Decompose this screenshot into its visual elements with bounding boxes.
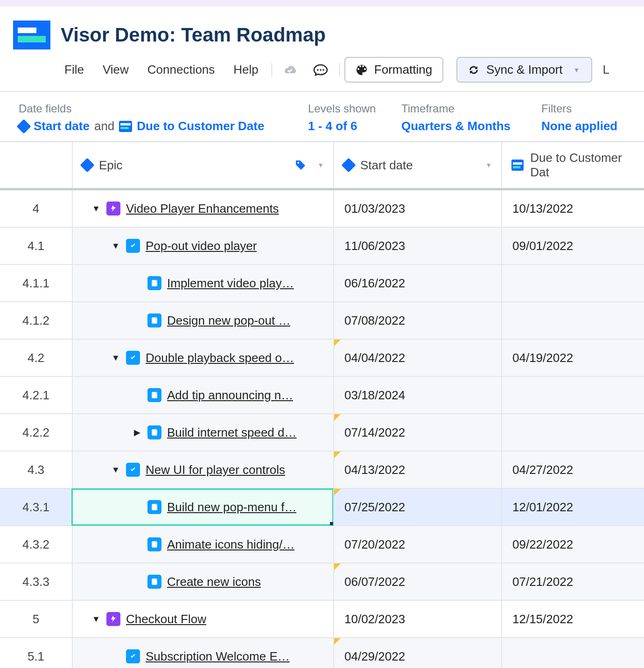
formatting-button[interactable]: Formatting <box>344 57 443 83</box>
start-date-cell[interactable]: 04/04/2022 <box>333 340 501 376</box>
item-title[interactable]: Subscription Welcome E… <box>146 649 290 664</box>
due-date-cell[interactable]: 10/13/2022 <box>501 190 644 227</box>
column-header-epic[interactable]: Epic ▼ <box>72 142 333 188</box>
table-row[interactable]: 4▼Video Player Enhancements01/03/202310/… <box>0 190 644 228</box>
table-row[interactable]: 4.3.2Animate icons hiding/…07/20/202209/… <box>0 526 644 564</box>
due-date-cell[interactable]: 12/15/2022 <box>501 601 644 637</box>
row-number[interactable]: 4.1 <box>0 228 72 264</box>
chat-icon[interactable] <box>307 63 335 77</box>
chevron-down-icon[interactable]: ▼ <box>111 465 120 475</box>
column-header-number[interactable] <box>0 142 72 188</box>
row-number[interactable]: 4.3.3 <box>0 564 72 600</box>
start-date-cell[interactable]: 06/07/2022 <box>333 564 501 600</box>
chevron-down-icon[interactable]: ▼ <box>317 161 324 169</box>
due-date-cell[interactable] <box>501 302 644 339</box>
row-number[interactable]: 4 <box>0 190 72 227</box>
epic-cell[interactable]: Add tip announcing n… <box>72 377 333 413</box>
tag-icon[interactable] <box>295 160 306 171</box>
epic-cell[interactable]: ▼Double playback speed o… <box>72 340 333 376</box>
due-date-cell[interactable]: 04/27/2022 <box>501 452 644 488</box>
chevron-right-icon[interactable]: ▶ <box>133 427 142 438</box>
row-number[interactable]: 4.3.2 <box>0 526 72 563</box>
item-title[interactable]: Design new pop-out … <box>167 313 290 328</box>
start-date-cell[interactable]: 11/06/2023 <box>333 228 501 264</box>
menu-help[interactable]: Help <box>225 60 266 80</box>
item-title[interactable]: Implement video play… <box>167 276 294 291</box>
chevron-down-icon[interactable]: ▼ <box>111 241 120 251</box>
start-date-cell[interactable]: 01/03/2023 <box>333 190 501 227</box>
timeframe-value[interactable]: Quarters & Months <box>401 119 541 133</box>
due-date-cell[interactable]: 12/01/2022 <box>501 489 644 525</box>
table-row[interactable]: 4.1.2Design new pop-out …07/08/2022 <box>0 302 644 340</box>
table-row[interactable]: 4.2▼Double playback speed o…04/04/202204… <box>0 340 644 377</box>
row-number[interactable]: 4.1.1 <box>0 265 72 301</box>
table-row[interactable]: 4.3.1Build new pop-menu f…07/25/202212/0… <box>0 489 644 526</box>
epic-cell[interactable]: Design new pop-out … <box>72 302 333 339</box>
table-row[interactable]: 4.1▼Pop-out video player11/06/202309/01/… <box>0 228 644 265</box>
item-title[interactable]: Build new pop-menu f… <box>167 500 296 515</box>
item-title[interactable]: Add tip announcing n… <box>167 388 293 403</box>
menu-connections[interactable]: Connections <box>139 60 224 80</box>
epic-cell[interactable]: Subscription Welcome E… <box>72 638 333 668</box>
due-date-cell[interactable]: 04/19/2022 <box>501 340 644 376</box>
item-title[interactable]: Build internet speed d… <box>167 425 297 440</box>
workspace-title[interactable]: Visor Demo: Team Roadmap <box>61 24 326 46</box>
item-title[interactable]: Video Player Enhancements <box>126 202 279 216</box>
date-fields-value[interactable]: Start date and Due to Customer Date <box>19 119 308 133</box>
row-number[interactable]: 4.2 <box>0 340 72 376</box>
item-title[interactable]: Checkout Flow <box>126 612 206 626</box>
start-date-cell[interactable]: 06/16/2022 <box>333 265 501 301</box>
start-date-cell[interactable]: 03/18/2024 <box>333 377 501 413</box>
item-title[interactable]: Create new icons <box>167 575 261 589</box>
chevron-down-icon[interactable]: ▼ <box>91 614 101 624</box>
menu-view[interactable]: View <box>94 60 137 80</box>
due-date-cell[interactable] <box>501 414 644 451</box>
table-row[interactable]: 4.3▼New UI for player controls04/13/2022… <box>0 452 644 489</box>
item-title[interactable]: Pop-out video player <box>146 239 257 253</box>
start-date-cell[interactable]: 07/14/2022 <box>333 414 501 451</box>
table-row[interactable]: 4.2.2▶Build internet speed d…07/14/2022 <box>0 414 644 452</box>
epic-cell[interactable]: ▼Video Player Enhancements <box>72 190 333 227</box>
row-number[interactable]: 4.3 <box>0 452 72 488</box>
column-header-due[interactable]: Due to Customer Dat <box>501 142 644 188</box>
item-title[interactable]: New UI for player controls <box>146 463 285 477</box>
start-date-cell[interactable]: 04/13/2022 <box>333 452 501 488</box>
table-row[interactable]: 4.1.1Implement video play…06/16/2022 <box>0 265 644 302</box>
due-date-cell[interactable]: 07/21/2022 <box>501 564 644 600</box>
cloud-icon[interactable] <box>277 64 305 76</box>
row-number[interactable]: 4.3.1 <box>0 489 72 525</box>
filters-value[interactable]: None applied <box>541 119 617 133</box>
epic-cell[interactable]: Create new icons <box>72 564 333 600</box>
epic-cell[interactable]: ▼Pop-out video player <box>72 228 333 264</box>
table-row[interactable]: 5.1Subscription Welcome E…04/29/2022 <box>0 638 644 668</box>
due-date-cell[interactable] <box>501 377 644 413</box>
due-date-cell[interactable] <box>501 638 644 668</box>
epic-cell[interactable]: Animate icons hiding/… <box>72 526 333 563</box>
due-date-cell[interactable]: 09/22/2022 <box>501 526 644 563</box>
start-date-cell[interactable]: 07/20/2022 <box>333 526 501 563</box>
epic-cell[interactable]: Build new pop-menu f… <box>72 489 333 525</box>
item-title[interactable]: Double playback speed o… <box>146 351 294 365</box>
epic-cell[interactable]: Implement video play… <box>72 265 333 301</box>
start-date-cell[interactable]: 10/02/2023 <box>333 601 501 637</box>
table-row[interactable]: 4.3.3Create new icons06/07/202207/21/202… <box>0 564 644 601</box>
row-number[interactable]: 4.2.1 <box>0 377 72 413</box>
start-date-cell[interactable]: 04/29/2022 <box>333 638 501 668</box>
due-date-cell[interactable] <box>501 265 644 301</box>
table-row[interactable]: 4.2.1Add tip announcing n…03/18/2024 <box>0 377 644 414</box>
table-row[interactable]: 5▼Checkout Flow10/02/202312/15/2022 <box>0 601 644 638</box>
epic-cell[interactable]: ▶Build internet speed d… <box>72 414 333 451</box>
start-date-cell[interactable]: 07/08/2022 <box>333 302 501 339</box>
chevron-down-icon[interactable]: ▼ <box>91 204 101 214</box>
chevron-down-icon[interactable]: ▼ <box>485 161 492 169</box>
row-number[interactable]: 4.1.2 <box>0 302 72 339</box>
item-title[interactable]: Animate icons hiding/… <box>167 537 294 552</box>
column-header-start[interactable]: Start date ▼ <box>333 142 501 188</box>
menu-file[interactable]: File <box>56 60 92 80</box>
start-date-cell[interactable]: 07/25/2022 <box>333 489 501 525</box>
levels-value[interactable]: 1 - 4 of 6 <box>308 119 401 133</box>
epic-cell[interactable]: ▼Checkout Flow <box>72 601 333 637</box>
row-number[interactable]: 5.1 <box>0 638 72 668</box>
chevron-down-icon[interactable]: ▼ <box>111 353 120 363</box>
due-date-cell[interactable]: 09/01/2022 <box>501 228 644 264</box>
